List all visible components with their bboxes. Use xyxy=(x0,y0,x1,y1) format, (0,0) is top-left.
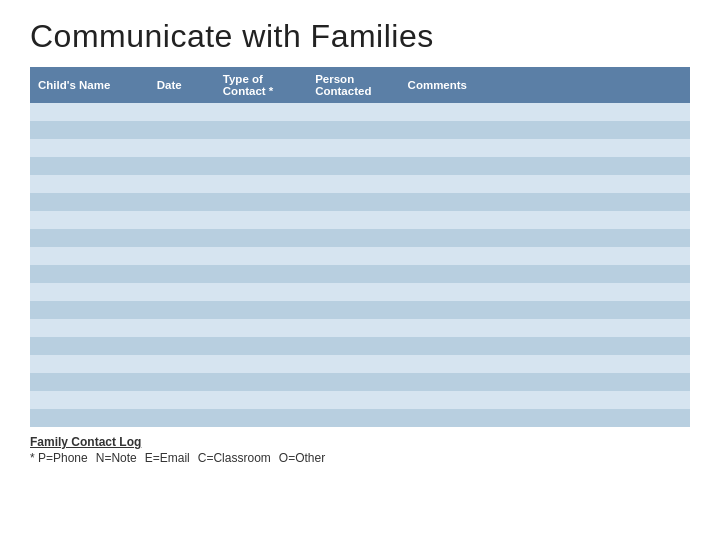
table-cell xyxy=(30,391,149,409)
table-cell xyxy=(307,409,399,427)
page-container: Communicate with Families Child's Name D… xyxy=(0,0,720,475)
table-row xyxy=(30,373,690,391)
header-type-of-contact: Type of Contact * xyxy=(215,67,307,103)
table-cell xyxy=(215,175,307,193)
table-cell xyxy=(215,193,307,211)
table-cell xyxy=(30,283,149,301)
table-cell xyxy=(149,409,215,427)
table-row xyxy=(30,229,690,247)
table-cell xyxy=(400,265,690,283)
table-cell xyxy=(30,373,149,391)
table-cell xyxy=(149,265,215,283)
table-row xyxy=(30,337,690,355)
table-cell xyxy=(30,139,149,157)
table-cell xyxy=(149,229,215,247)
table-cell xyxy=(307,139,399,157)
table-row xyxy=(30,265,690,283)
table-cell xyxy=(149,193,215,211)
table-cell xyxy=(307,211,399,229)
table-cell xyxy=(400,193,690,211)
table-cell xyxy=(149,175,215,193)
footer: Family Contact Log * P=Phone N=Note E=Em… xyxy=(30,435,690,465)
table-cell xyxy=(215,337,307,355)
table-cell xyxy=(215,211,307,229)
table-cell xyxy=(400,301,690,319)
table-cell xyxy=(215,301,307,319)
table-cell xyxy=(400,175,690,193)
table-cell xyxy=(400,247,690,265)
header-date: Date xyxy=(149,67,215,103)
table-cell xyxy=(215,157,307,175)
table-cell xyxy=(149,355,215,373)
header-child-name: Child's Name xyxy=(30,67,149,103)
table-cell xyxy=(149,301,215,319)
table-cell xyxy=(400,373,690,391)
table-cell xyxy=(30,211,149,229)
table-cell xyxy=(30,409,149,427)
table-row xyxy=(30,301,690,319)
table-cell xyxy=(307,265,399,283)
table-cell xyxy=(149,103,215,121)
table-cell xyxy=(149,337,215,355)
table-row xyxy=(30,139,690,157)
table-cell xyxy=(307,283,399,301)
table-cell xyxy=(400,121,690,139)
table-cell xyxy=(307,355,399,373)
header-person-contacted: Person Contacted xyxy=(307,67,399,103)
legend-n: N=Note xyxy=(96,451,137,465)
footer-legend: * P=Phone N=Note E=Email C=Classroom O=O… xyxy=(30,451,690,465)
page-title: Communicate with Families xyxy=(30,18,690,55)
table-row xyxy=(30,157,690,175)
table-row xyxy=(30,247,690,265)
table-cell xyxy=(400,409,690,427)
table-cell xyxy=(149,373,215,391)
table-row xyxy=(30,409,690,427)
table-cell xyxy=(30,229,149,247)
contact-log-table: Child's Name Date Type of Contact * Pers… xyxy=(30,67,690,427)
table-cell xyxy=(215,229,307,247)
table-body xyxy=(30,103,690,427)
table-row xyxy=(30,283,690,301)
table-cell xyxy=(400,319,690,337)
table-cell xyxy=(307,103,399,121)
table-cell xyxy=(400,337,690,355)
table-cell xyxy=(307,121,399,139)
legend-o: O=Other xyxy=(279,451,325,465)
table-cell xyxy=(30,319,149,337)
family-contact-label: Family Contact Log xyxy=(30,435,141,449)
table-cell xyxy=(215,121,307,139)
table-cell xyxy=(215,373,307,391)
table-cell xyxy=(215,319,307,337)
table-cell xyxy=(30,355,149,373)
legend-c: C=Classroom xyxy=(198,451,271,465)
table-cell xyxy=(30,193,149,211)
table-header-row: Child's Name Date Type of Contact * Pers… xyxy=(30,67,690,103)
table-cell xyxy=(215,409,307,427)
table-cell xyxy=(400,283,690,301)
table-cell xyxy=(30,175,149,193)
table-cell xyxy=(149,319,215,337)
table-cell xyxy=(307,373,399,391)
table-cell xyxy=(215,391,307,409)
table-cell xyxy=(307,229,399,247)
table-cell xyxy=(400,157,690,175)
table-cell xyxy=(30,121,149,139)
table-cell xyxy=(400,391,690,409)
table-cell xyxy=(400,355,690,373)
table-cell xyxy=(400,103,690,121)
legend-star: * P=Phone xyxy=(30,451,88,465)
table-cell xyxy=(30,247,149,265)
table-cell xyxy=(307,337,399,355)
table-row xyxy=(30,211,690,229)
table-row xyxy=(30,319,690,337)
table-cell xyxy=(215,355,307,373)
table-row xyxy=(30,103,690,121)
table-wrapper: Child's Name Date Type of Contact * Pers… xyxy=(30,67,690,427)
table-row xyxy=(30,175,690,193)
table-cell xyxy=(307,193,399,211)
table-cell xyxy=(149,283,215,301)
table-cell xyxy=(30,103,149,121)
table-row xyxy=(30,391,690,409)
table-cell xyxy=(215,265,307,283)
table-cell xyxy=(215,247,307,265)
